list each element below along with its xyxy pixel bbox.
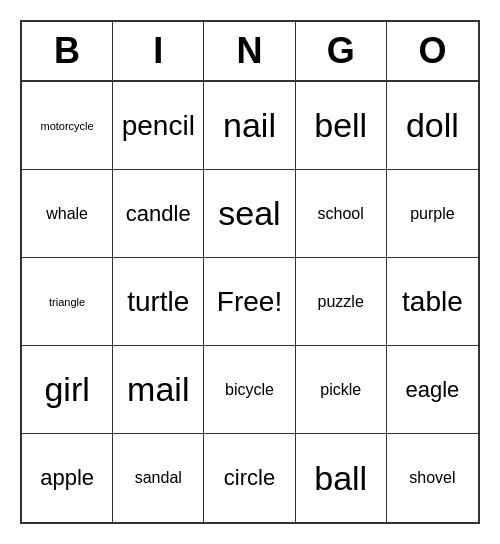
bingo-cell: purple [387, 170, 478, 258]
cell-text: bell [314, 106, 367, 145]
cell-text: shovel [409, 469, 455, 487]
cell-text: school [318, 205, 364, 223]
bingo-cell: bicycle [204, 346, 295, 434]
bingo-cell: table [387, 258, 478, 346]
bingo-cell: school [296, 170, 387, 258]
cell-text: eagle [405, 377, 459, 403]
header-letter: O [387, 22, 478, 80]
cell-text: turtle [127, 286, 189, 318]
cell-text: triangle [49, 296, 85, 308]
cell-text: whale [46, 205, 88, 223]
bingo-cell: bell [296, 82, 387, 170]
cell-text: apple [40, 465, 94, 491]
cell-text: doll [406, 106, 459, 145]
bingo-card: BINGO motorcyclepencilnailbelldollwhalec… [20, 20, 480, 524]
bingo-cell: circle [204, 434, 295, 522]
cell-text: seal [218, 194, 280, 233]
header-letter: N [204, 22, 295, 80]
cell-text: puzzle [318, 293, 364, 311]
bingo-cell: shovel [387, 434, 478, 522]
bingo-cell: nail [204, 82, 295, 170]
bingo-cell: pencil [113, 82, 204, 170]
cell-text: nail [223, 106, 276, 145]
cell-text: pencil [122, 110, 195, 142]
bingo-cell: doll [387, 82, 478, 170]
header-letter: I [113, 22, 204, 80]
bingo-cell: whale [22, 170, 113, 258]
bingo-cell: mail [113, 346, 204, 434]
cell-text: circle [224, 465, 275, 491]
header-letter: B [22, 22, 113, 80]
cell-text: girl [44, 370, 89, 409]
bingo-cell: turtle [113, 258, 204, 346]
bingo-cell: seal [204, 170, 295, 258]
cell-text: mail [127, 370, 189, 409]
bingo-cell: Free! [204, 258, 295, 346]
cell-text: table [402, 286, 463, 318]
bingo-cell: pickle [296, 346, 387, 434]
bingo-cell: motorcycle [22, 82, 113, 170]
bingo-grid: motorcyclepencilnailbelldollwhalecandles… [22, 82, 478, 522]
bingo-cell: ball [296, 434, 387, 522]
bingo-cell: triangle [22, 258, 113, 346]
cell-text: pickle [320, 381, 361, 399]
bingo-cell: puzzle [296, 258, 387, 346]
bingo-cell: apple [22, 434, 113, 522]
header-letter: G [296, 22, 387, 80]
bingo-header: BINGO [22, 22, 478, 82]
cell-text: candle [126, 201, 191, 227]
bingo-cell: girl [22, 346, 113, 434]
bingo-cell: eagle [387, 346, 478, 434]
cell-text: ball [314, 459, 367, 498]
bingo-cell: sandal [113, 434, 204, 522]
bingo-cell: candle [113, 170, 204, 258]
cell-text: motorcycle [41, 120, 94, 132]
cell-text: purple [410, 205, 454, 223]
cell-text: Free! [217, 286, 282, 318]
cell-text: bicycle [225, 381, 274, 399]
cell-text: sandal [135, 469, 182, 487]
